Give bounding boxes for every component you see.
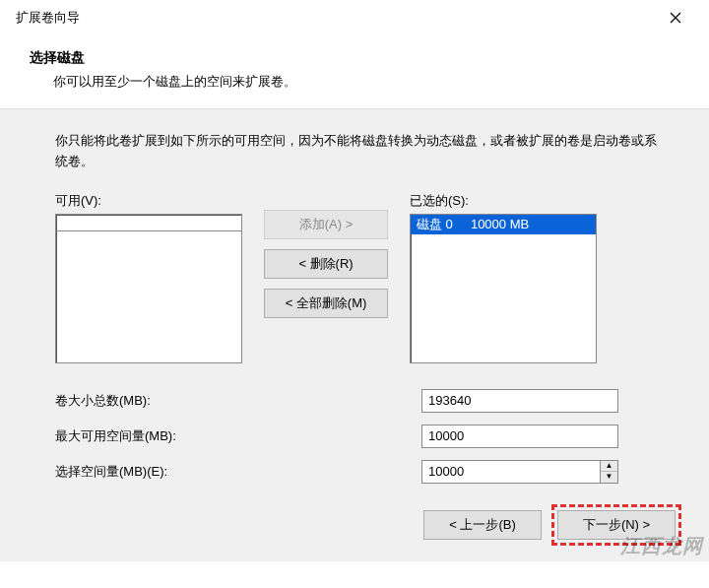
max-size-label: 最大可用空间量(MB): [55, 427, 421, 445]
max-size-row: 最大可用空间量(MB): [55, 425, 662, 448]
remove-button[interactable]: < 删除(R) [264, 249, 388, 279]
available-listbox[interactable] [55, 214, 242, 363]
select-size-spinner: ▲ ▼ [421, 460, 618, 484]
close-icon [670, 12, 681, 24]
header-area: 选择磁盘 你可以用至少一个磁盘上的空间来扩展卷。 [0, 35, 709, 108]
spinner-buttons: ▲ ▼ [600, 460, 618, 484]
max-size-input [421, 425, 618, 448]
total-size-label: 卷大小总数(MB): [55, 392, 421, 410]
description-text: 你只能将此卷扩展到如下所示的可用空间，因为不能将磁盘转换为动态磁盘，或者被扩展的… [55, 131, 662, 172]
size-fields: 卷大小总数(MB): 最大可用空间量(MB): 选择空间量(MB)(E): ▲ … [55, 389, 662, 484]
wizard-footer: < 上一步(B) 下一步(N) > [423, 504, 681, 546]
add-button[interactable]: 添加(A) > [264, 210, 388, 239]
select-size-input[interactable] [421, 460, 600, 484]
back-button[interactable]: < 上一步(B) [423, 510, 542, 540]
page-subheading: 你可以用至少一个磁盘上的空间来扩展卷。 [30, 73, 679, 91]
selected-listbox[interactable]: 磁盘 0 10000 MB [410, 214, 597, 363]
disk-lists-row: 可用(V): 添加(A) > < 删除(R) < 全部删除(M) 已选的(S):… [55, 192, 662, 363]
close-button[interactable] [654, 3, 697, 33]
select-size-row: 选择空间量(MB)(E): ▲ ▼ [55, 460, 662, 484]
remove-all-button[interactable]: < 全部删除(M) [264, 289, 388, 318]
select-size-label: 选择空间量(MB)(E): [55, 463, 421, 481]
titlebar: 扩展卷向导 [0, 0, 709, 35]
list-item[interactable]: 磁盘 0 10000 MB [411, 215, 596, 234]
spin-down-button[interactable]: ▼ [601, 472, 617, 483]
next-button-highlight: 下一步(N) > [551, 504, 681, 546]
available-column: 可用(V): [55, 192, 242, 363]
next-button[interactable]: 下一步(N) > [557, 510, 676, 540]
transfer-buttons: 添加(A) > < 删除(R) < 全部删除(M) [242, 192, 410, 318]
total-size-row: 卷大小总数(MB): [55, 389, 662, 413]
selected-label: 已选的(S): [410, 192, 597, 210]
spin-up-button[interactable]: ▲ [601, 461, 617, 473]
total-size-input [421, 389, 618, 413]
window-title: 扩展卷向导 [16, 9, 80, 27]
wizard-window: 扩展卷向导 选择磁盘 你可以用至少一个磁盘上的空间来扩展卷。 你只能将此卷扩展到… [0, 0, 709, 588]
selected-column: 已选的(S): 磁盘 0 10000 MB [410, 192, 597, 363]
content-panel: 你只能将此卷扩展到如下所示的可用空间，因为不能将磁盘转换为动态磁盘，或者被扩展的… [0, 108, 709, 561]
page-heading: 选择磁盘 [30, 49, 679, 67]
available-label: 可用(V): [55, 192, 242, 210]
